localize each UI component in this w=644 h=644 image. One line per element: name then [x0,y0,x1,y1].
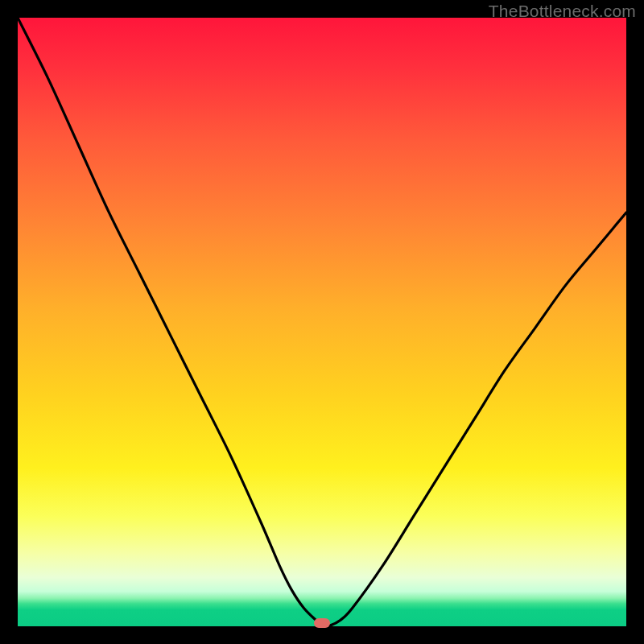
watermark-label: TheBottleneck.com [489,2,636,21]
bottleneck-curve [18,18,626,626]
chart-frame: TheBottleneck.com [0,0,644,644]
optimum-marker [314,618,330,628]
plot-area [18,18,626,626]
